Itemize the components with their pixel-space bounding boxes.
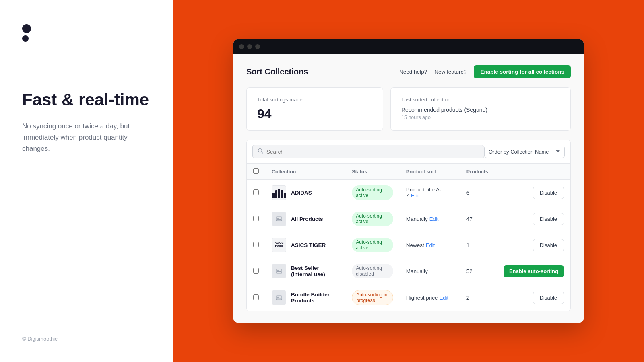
app-window: Sort Collections Need help? New feature?… bbox=[233, 39, 584, 323]
table-row: Bundle Builder ProductsAuto-sorting in p… bbox=[247, 284, 570, 311]
collection-thumb bbox=[272, 290, 286, 305]
header-actions: Need help? New feature? Enable sorting f… bbox=[399, 65, 571, 78]
products-count-cell: 47 bbox=[460, 206, 497, 232]
th-status: Status bbox=[345, 164, 400, 180]
collections-table-container: Order by Collection Name Order by Date C… bbox=[246, 140, 571, 311]
collection-cell: ASICSTIGERASICS TIGER bbox=[265, 232, 345, 258]
th-action bbox=[497, 164, 570, 180]
svg-line-1 bbox=[262, 152, 263, 154]
action-cell: Disable bbox=[497, 284, 570, 311]
table-toolbar: Order by Collection Name Order by Date C… bbox=[247, 140, 570, 164]
table-row: ASICSTIGERASICS TIGERAuto-sorting active… bbox=[247, 232, 570, 258]
product-sort-cell: ManuallyEdit bbox=[400, 206, 460, 232]
product-sort-cell: Manually bbox=[400, 258, 460, 284]
products-count-cell: 6 bbox=[460, 180, 497, 206]
table-row: ADIDASAuto-sorting activeProduct title A… bbox=[247, 180, 570, 206]
th-checkbox bbox=[247, 164, 265, 180]
asics-tiger-icon: ASICSTIGER bbox=[275, 241, 283, 249]
total-sortings-label: Total sortings made bbox=[257, 97, 372, 103]
products-count-cell: 52 bbox=[460, 258, 497, 284]
titlebar-dot-2 bbox=[247, 44, 252, 49]
collection-thumb bbox=[272, 212, 286, 226]
collection-name: ADIDAS bbox=[291, 190, 312, 196]
status-cell: Auto-sorting disabled bbox=[345, 258, 400, 284]
search-wrapper bbox=[252, 145, 484, 158]
status-cell: Auto-sorting active bbox=[345, 232, 400, 258]
edit-sort-link[interactable]: Edit bbox=[411, 193, 420, 199]
status-badge: Auto-sorting disabled bbox=[352, 264, 393, 278]
status-badge: Auto-sorting in progress bbox=[352, 290, 393, 305]
total-sortings-value: 94 bbox=[257, 107, 372, 121]
product-sort-cell: NewestEdit bbox=[400, 232, 460, 258]
new-feature-link[interactable]: New feature? bbox=[434, 69, 466, 75]
collection-cell: Bundle Builder Products bbox=[265, 284, 345, 311]
table-row: All ProductsAuto-sorting activeManuallyE… bbox=[247, 206, 570, 232]
edit-sort-link[interactable]: Edit bbox=[440, 295, 448, 301]
stats-row: Total sortings made 94 Last sorted colle… bbox=[246, 87, 571, 131]
th-products: Products bbox=[460, 164, 497, 180]
collection-cell: ADIDAS bbox=[265, 180, 345, 206]
collection-thumb: ASICSTIGER bbox=[272, 238, 286, 252]
order-by-select[interactable]: Order by Collection Name Order by Date C… bbox=[484, 146, 565, 158]
products-count-cell: 2 bbox=[460, 284, 497, 311]
edit-sort-link[interactable]: Edit bbox=[426, 242, 435, 248]
logo bbox=[22, 24, 151, 42]
page-header: Sort Collections Need help? New feature?… bbox=[246, 65, 571, 78]
collection-name: All Products bbox=[291, 216, 323, 222]
table-row: Best Seller (internal use)Auto-sorting d… bbox=[247, 258, 570, 284]
window-titlebar bbox=[233, 39, 584, 54]
collections-table: Collection Status Product sort Products … bbox=[247, 164, 570, 311]
status-badge: Auto-sorting active bbox=[352, 238, 393, 252]
enable-auto-sorting-button[interactable]: Enable auto-sorting bbox=[504, 265, 564, 277]
right-panel: Sort Collections Need help? New feature?… bbox=[173, 0, 644, 362]
footer-copyright: © Digismoothie bbox=[22, 336, 58, 342]
row-checkbox-4[interactable] bbox=[253, 294, 259, 300]
action-cell: Enable auto-sorting bbox=[497, 258, 570, 284]
row-checkbox-0[interactable] bbox=[253, 189, 259, 195]
collection-thumb bbox=[272, 185, 286, 200]
action-cell: Disable bbox=[497, 206, 570, 232]
disable-button[interactable]: Disable bbox=[533, 213, 564, 225]
action-cell: Disable bbox=[497, 232, 570, 258]
last-sorted-card: Last sorted collection Recommended produ… bbox=[390, 87, 571, 131]
total-sortings-card: Total sortings made 94 bbox=[246, 87, 383, 131]
status-cell: Auto-sorting in progress bbox=[345, 284, 400, 311]
titlebar-dot-3 bbox=[255, 44, 260, 49]
disable-button[interactable]: Disable bbox=[533, 292, 564, 304]
status-cell: Auto-sorting active bbox=[345, 180, 400, 206]
collection-name: ASICS TIGER bbox=[291, 242, 326, 248]
edit-sort-link[interactable]: Edit bbox=[429, 216, 438, 222]
search-icon bbox=[258, 148, 263, 155]
th-product-sort: Product sort bbox=[400, 164, 460, 180]
th-collection: Collection bbox=[265, 164, 345, 180]
adidas-icon bbox=[272, 187, 286, 198]
collection-thumb bbox=[272, 264, 286, 278]
enable-sorting-all-button[interactable]: Enable sorting for all collections bbox=[474, 65, 571, 78]
need-help-link[interactable]: Need help? bbox=[399, 69, 427, 75]
last-sorted-label: Last sorted collection bbox=[401, 97, 560, 103]
image-placeholder bbox=[272, 264, 286, 278]
image-placeholder bbox=[272, 291, 286, 304]
left-panel: Fast & real-time No syncing once or twic… bbox=[0, 0, 173, 362]
search-input[interactable] bbox=[266, 149, 479, 155]
disable-button[interactable]: Disable bbox=[533, 239, 564, 251]
disable-button[interactable]: Disable bbox=[533, 187, 564, 199]
select-all-checkbox[interactable] bbox=[253, 168, 259, 174]
status-badge: Auto-sorting active bbox=[352, 212, 393, 226]
tagline: Fast & real-time bbox=[22, 90, 151, 109]
page-title: Sort Collections bbox=[246, 67, 308, 76]
last-sorted-time: 15 hours ago bbox=[401, 115, 560, 120]
status-badge: Auto-sorting active bbox=[352, 185, 393, 200]
collection-name: Bundle Builder Products bbox=[291, 292, 339, 304]
logo-dot-large bbox=[22, 24, 31, 33]
titlebar-dot-1 bbox=[239, 44, 244, 49]
collection-name: Best Seller (internal use) bbox=[291, 265, 339, 277]
row-checkbox-2[interactable] bbox=[253, 242, 259, 247]
status-cell: Auto-sorting active bbox=[345, 206, 400, 232]
products-count-cell: 1 bbox=[460, 232, 497, 258]
row-checkbox-1[interactable] bbox=[253, 216, 259, 221]
row-checkbox-3[interactable] bbox=[253, 268, 259, 274]
action-cell: Disable bbox=[497, 180, 570, 206]
product-sort-cell: Highest priceEdit bbox=[400, 284, 460, 311]
logo-dot-small bbox=[22, 35, 29, 42]
